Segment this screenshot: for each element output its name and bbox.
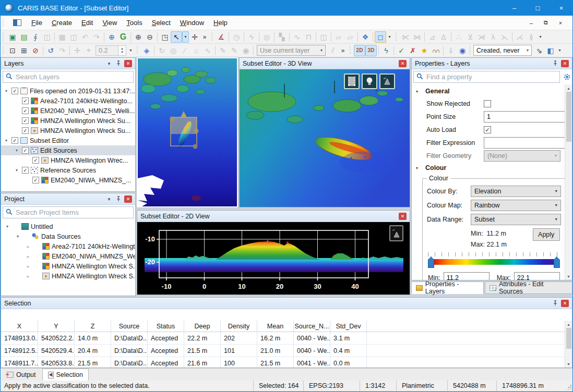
max-slider-handle[interactable] [554, 256, 560, 268]
layer-tree-item[interactable]: ▾ ✓ Reference Sources [1, 165, 135, 175]
visibility-checkbox[interactable]: ✓ [32, 177, 39, 183]
table-cell[interactable]: 1748911.7... [1, 357, 38, 368]
layer-tree-item[interactable]: ✓ Area2-7101 240kHz-Wellingto... [1, 96, 135, 106]
overview-window-icon[interactable]: ◧ [545, 45, 556, 56]
separator[interactable] [289, 32, 290, 42]
designate-icon[interactable]: ◷ [231, 31, 242, 43]
project-tree-item[interactable]: ▾ Data Sources [1, 231, 135, 241]
scroll-down-icon[interactable]: ▼ [567, 360, 570, 368]
table-cell[interactable]: 1748913.0... [1, 332, 38, 345]
undo-icon[interactable]: ↶ [79, 31, 91, 43]
resize-grip[interactable] [565, 381, 573, 391]
column-header-sourcen[interactable]: Source_N... [294, 321, 330, 332]
radius-icon[interactable]: ◎ [168, 45, 179, 56]
layer-tree-item[interactable]: ✓ HMNZA Wellington Wreck Su... [1, 126, 135, 136]
layer-tree-item[interactable]: ▾ ✓ Edit Sources [1, 145, 135, 155]
measure-icon[interactable]: ∡ [216, 31, 227, 43]
maximize-button[interactable]: □ [526, 0, 550, 16]
project-search-input[interactable] [16, 209, 130, 216]
select-pointer-icon[interactable]: ↖ [171, 31, 182, 43]
minimize-button[interactable]: – [503, 0, 526, 16]
cursor-mode-icon[interactable]: ϟ [380, 45, 392, 56]
edit-geometry-icon[interactable]: ✎ [229, 45, 240, 56]
paste-icon[interactable]: ◫ [68, 31, 79, 43]
wave-edit-icon[interactable]: ∿ [291, 31, 303, 43]
table-cell[interactable]: 20.4 m [75, 345, 111, 357]
snap-point-icon[interactable]: ⌖ [83, 45, 94, 56]
visibility-checkbox[interactable]: ✓ [11, 137, 18, 144]
close-button[interactable]: × [550, 0, 573, 16]
toolbar-dropdown[interactable]: ▾ [127, 45, 134, 56]
edit-tool-9-icon[interactable]: ⋋ [499, 31, 510, 43]
lighting-button[interactable] [362, 74, 377, 89]
max-value-input[interactable] [514, 272, 560, 280]
edit-tool-1-icon[interactable]: ⋉ [400, 31, 411, 43]
auto-load-checkbox[interactable]: ✓ [484, 126, 491, 133]
table-cell[interactable]: Accepted [148, 357, 184, 368]
spinner-arrows-icon[interactable]: ▲▼ [118, 45, 126, 56]
show-rejected-checkbox[interactable] [484, 100, 491, 107]
separator[interactable] [424, 32, 425, 42]
project-tree-item[interactable]: ▸ HMNZA Wellington Wreck S... [1, 261, 135, 271]
scrollbar-thumb[interactable] [566, 328, 571, 349]
apply-button[interactable]: Apply [533, 228, 560, 241]
table-cell[interactable]: 21.6 m [184, 357, 221, 368]
point-size-input[interactable] [484, 111, 565, 123]
tab-properties-layers[interactable]: Properties - Layers [411, 281, 484, 294]
scroll-up-icon[interactable]: ▲ [565, 84, 572, 92]
table-cell[interactable]: 202 [221, 332, 257, 345]
toolbar-overflow[interactable]: » [339, 45, 347, 56]
separator[interactable] [378, 46, 379, 55]
column-header-stddev[interactable]: Std_Dev [330, 321, 367, 332]
column-header-mean[interactable]: Mean [257, 321, 294, 332]
close-icon[interactable]: ✕ [399, 213, 407, 220]
section-colour[interactable]: ▾ Colour [412, 162, 565, 174]
table-cell[interactable]: 22.2 m [184, 332, 221, 345]
table-cell[interactable]: 0040 - We... [294, 345, 330, 357]
separator[interactable] [443, 46, 444, 55]
table-cell[interactable]: 0041 - We... [294, 357, 330, 368]
column-header-source[interactable]: Source [111, 321, 148, 332]
panel-menu-icon[interactable]: ▾ [105, 195, 113, 203]
view-2d-icon[interactable]: 2D [354, 45, 365, 56]
expander-icon[interactable]: ▾ [14, 168, 20, 173]
open-data-icon[interactable]: ▤ [18, 31, 30, 43]
split-line-icon[interactable]: ∕ [179, 45, 190, 56]
scroll-up-icon[interactable]: ▲ [567, 321, 570, 328]
colour-by-combo[interactable]: Elevation ▾ [471, 186, 561, 197]
quick-pick-icon[interactable]: ϟ [246, 31, 257, 43]
toolbar-drag-handle[interactable] [136, 46, 139, 55]
pin-icon[interactable] [115, 60, 122, 67]
edit-tool-5-icon[interactable]: ∴ [453, 31, 464, 43]
toolbar-dropdown[interactable]: ▾ [556, 45, 563, 56]
expander-icon[interactable]: ▸ [25, 274, 31, 279]
mdi-close-button[interactable]: × [553, 17, 568, 29]
google-earth-icon[interactable]: G [117, 31, 129, 43]
visibility-checkbox[interactable]: ✓ [22, 167, 29, 174]
close-icon[interactable]: ✕ [124, 60, 132, 67]
table-row[interactable]: 1748912.5...5420529.4...20.4 mD:\Data\D.… [1, 345, 565, 357]
mdi-minimize-button[interactable]: – [524, 17, 539, 29]
table-cell[interactable]: 3.1 m [330, 332, 367, 345]
rotate-feature-icon[interactable]: ↻ [156, 45, 168, 56]
separator[interactable] [373, 32, 373, 42]
table-cell[interactable]: 5420522.2... [38, 332, 75, 345]
select-rectangle-icon[interactable]: ⊡ [7, 45, 18, 56]
layer-tree-item[interactable]: ✓ HMNZA Wellington Wrec... [1, 155, 135, 165]
link-data-icon[interactable]: ∮ [30, 31, 41, 43]
edit-tool-10-icon[interactable]: ⋌ [514, 31, 526, 43]
resample-icon[interactable]: ∿ [202, 45, 213, 56]
reject-icon[interactable]: ✗ [407, 45, 419, 56]
parallel-lines-icon[interactable]: ⫽ [327, 45, 339, 56]
tab-attributes-edit-sources[interactable]: Attributes - Edit Sources [485, 281, 572, 294]
separator[interactable] [130, 32, 131, 42]
selection-scrollbar[interactable]: ▲ ▼ [565, 321, 572, 368]
toolbar-drag-handle[interactable] [395, 32, 398, 42]
layer-tree-item[interactable]: ✓ EM2040_NIWA_HMNZS_... [1, 175, 135, 185]
close-icon[interactable]: ✕ [124, 195, 132, 203]
toolbar-dropdown[interactable]: ▾ [537, 31, 544, 43]
edit-tool-7-icon[interactable]: ⋊ [476, 31, 487, 43]
redo-icon[interactable]: ↷ [91, 31, 102, 43]
layer-tree-item[interactable]: ✓ HMNZA Wellington Wreck Su... [1, 116, 135, 126]
visibility-checkbox[interactable]: ✓ [22, 97, 29, 104]
